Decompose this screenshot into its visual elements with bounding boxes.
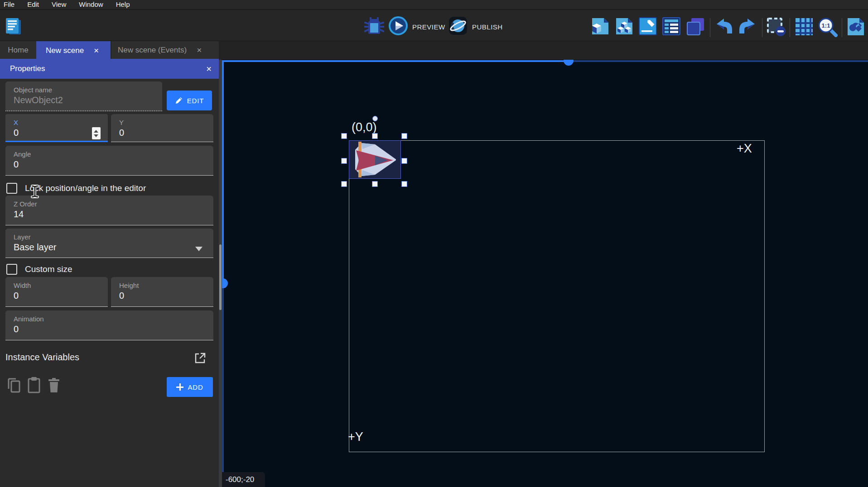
scene-properties-icon[interactable]: [846, 17, 865, 36]
redo-icon[interactable]: [738, 17, 757, 36]
instances-list-icon[interactable]: [662, 17, 680, 35]
tab-new-scene-close-icon[interactable]: ×: [94, 46, 99, 56]
objects-editor-icon[interactable]: [591, 17, 609, 35]
preview-label: PREVIEW: [412, 23, 445, 31]
tab-new-scene-label: New scene: [46, 46, 84, 55]
properties-panel: Properties × Object name NewObject2 EDIT…: [0, 60, 219, 487]
tab-new-scene-events[interactable]: New scene (Events) ×: [111, 41, 219, 59]
canvas-hscroll-thumb[interactable]: [564, 60, 574, 66]
angle-label: Angle: [14, 150, 213, 158]
canvas-vscroll-line-dim[interactable]: [222, 288, 224, 487]
toolbar-divider: [842, 18, 842, 37]
animation-label: Animation: [14, 315, 213, 323]
resize-handle-top-left[interactable]: [341, 133, 347, 139]
canvas-vscroll-line[interactable]: [222, 60, 224, 279]
axis-y-label: +Y: [348, 430, 363, 444]
resize-handle-top-right[interactable]: [401, 133, 407, 139]
canvas-hscroll-line-dim[interactable]: [573, 60, 868, 62]
layer-value: Base layer: [14, 242, 213, 253]
gdevelop-window: File Edit View Window Help: [0, 0, 868, 487]
y-position-field[interactable]: Y 0: [111, 114, 213, 142]
copy-icon[interactable]: [7, 377, 22, 396]
svg-text:1:1: 1:1: [822, 22, 830, 29]
width-label: Width: [14, 282, 108, 289]
angle-field[interactable]: Angle 0: [5, 146, 213, 176]
z-order-label: Z Order: [14, 200, 213, 208]
z-order-value: 14: [14, 209, 213, 220]
paste-icon[interactable]: [27, 377, 41, 396]
x-position-field[interactable]: X 0: [5, 114, 108, 142]
resize-handle-bottom-right[interactable]: [401, 181, 407, 187]
scene-canvas[interactable]: (0,0) +X +Y -600;-20: [222, 60, 868, 487]
publish-globe-icon: [448, 16, 468, 37]
rotate-handle[interactable]: [372, 116, 378, 121]
height-label: Height: [119, 282, 213, 289]
properties-panel-close-icon[interactable]: ×: [206, 64, 212, 74]
angle-value: 0: [14, 159, 213, 170]
custom-size-checkbox[interactable]: [6, 264, 17, 275]
text-cursor: [30, 185, 40, 200]
trash-icon[interactable]: [48, 377, 60, 395]
resize-handle-middle-left[interactable]: [341, 158, 347, 164]
layers-icon[interactable]: [686, 17, 705, 36]
tab-home-label: Home: [8, 46, 28, 55]
toggle-grid-icon[interactable]: [795, 17, 814, 36]
lock-position-checkbox[interactable]: [6, 183, 17, 194]
x-position-stepper[interactable]: [92, 127, 101, 139]
height-value: 0: [119, 291, 213, 301]
publish-button[interactable]: PUBLISH: [448, 16, 503, 37]
width-field[interactable]: Width 0: [5, 277, 108, 307]
main-toolbar: PREVIEW PUBLISH: [0, 11, 868, 41]
add-variable-button[interactable]: ADD: [167, 377, 213, 397]
undo-icon[interactable]: [715, 17, 734, 36]
instance-variables-title: Instance Variables: [5, 352, 79, 363]
add-button-label: ADD: [188, 383, 203, 391]
properties-panel-title: Properties: [10, 64, 45, 73]
object-name-value: NewObject2: [14, 95, 162, 105]
plus-icon: [176, 383, 183, 391]
resize-handle-bottom-center[interactable]: [372, 181, 378, 187]
origin-label: (0,0): [352, 120, 377, 134]
menu-window[interactable]: Window: [72, 0, 109, 10]
tab-new-scene[interactable]: New scene ×: [36, 41, 111, 60]
zoom-original-icon[interactable]: 1:1: [818, 17, 838, 37]
preview-button[interactable]: PREVIEW: [389, 16, 445, 37]
pencil-icon: [175, 96, 183, 105]
edit-object-button[interactable]: EDIT: [167, 91, 212, 110]
canvas-vscroll-thumb[interactable]: [222, 278, 228, 288]
tab-new-scene-events-label: New scene (Events): [118, 46, 187, 55]
resize-handle-middle-right[interactable]: [401, 158, 407, 164]
height-field[interactable]: Height 0: [111, 277, 213, 307]
preview-play-icon: [389, 16, 408, 37]
object-name-field[interactable]: Object name NewObject2: [5, 81, 162, 111]
menu-edit[interactable]: Edit: [21, 0, 45, 10]
project-manager-icon[interactable]: [4, 16, 24, 36]
tab-home[interactable]: Home: [0, 41, 36, 59]
instance-properties-icon[interactable]: [639, 17, 657, 35]
canvas-hscroll-line[interactable]: [222, 60, 564, 62]
publish-label: PUBLISH: [472, 23, 503, 31]
layer-select[interactable]: Layer Base layer: [5, 229, 213, 258]
toolbar-divider: [710, 18, 710, 37]
y-position-value: 0: [119, 128, 213, 138]
menu-help[interactable]: Help: [110, 0, 136, 10]
deselect-instances-icon[interactable]: [767, 17, 786, 37]
resize-handle-bottom-left[interactable]: [341, 181, 347, 187]
panel-scrollbar-thumb[interactable]: [219, 244, 222, 310]
properties-panel-header: Properties ×: [0, 59, 219, 79]
chevron-down-icon[interactable]: [195, 247, 203, 251]
spaceship-sprite[interactable]: [349, 140, 401, 181]
layer-label: Layer: [14, 233, 213, 241]
menu-bar: File Edit View Window Help: [0, 0, 868, 10]
menu-file[interactable]: File: [0, 0, 21, 10]
open-in-new-icon[interactable]: [194, 352, 206, 366]
y-position-label: Y: [119, 119, 213, 126]
debug-icon[interactable]: [364, 16, 384, 36]
resize-handle-top-center[interactable]: [372, 133, 378, 139]
toolbar-divider: [762, 18, 762, 37]
animation-field[interactable]: Animation 0: [5, 310, 213, 340]
edit-button-label: EDIT: [187, 97, 204, 105]
menu-view[interactable]: View: [45, 0, 72, 10]
object-groups-icon[interactable]: [615, 17, 633, 35]
tab-new-scene-events-close-icon[interactable]: ×: [197, 45, 202, 55]
